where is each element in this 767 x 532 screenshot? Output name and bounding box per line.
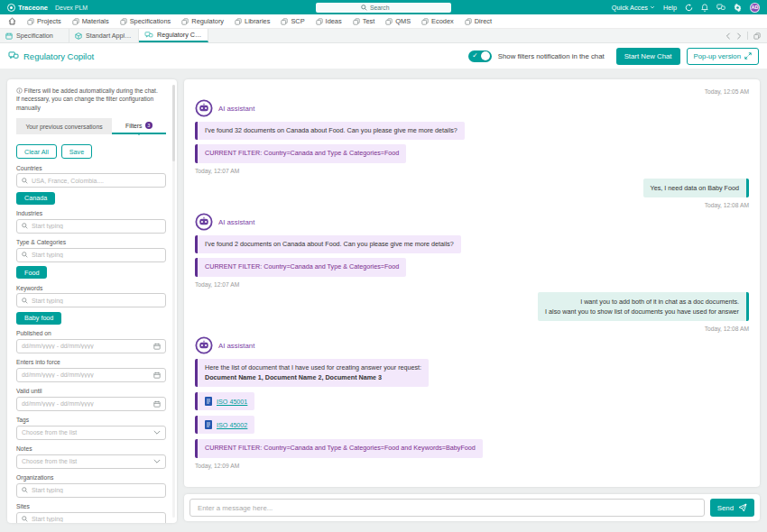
organizations-input[interactable] [16, 483, 166, 498]
document-link[interactable]: ISO 45002 [217, 421, 247, 429]
quick-access-menu[interactable]: Quick Acces [612, 4, 655, 12]
user-message: I want you to add both of it in chat as … [538, 292, 749, 321]
window-icon [27, 18, 34, 25]
global-search-input[interactable] [370, 5, 406, 11]
nav-item-scp[interactable]: SCP [281, 17, 304, 25]
tags-select[interactable]: Choose from the list [16, 426, 166, 440]
popout-window-icon[interactable] [753, 32, 761, 40]
notes-select[interactable]: Choose from the list [16, 454, 166, 469]
nav-item-regulatory[interactable]: Regulatory [181, 17, 224, 25]
ai-message: I've found 32 documents on Canada about … [195, 122, 465, 140]
document-icon [205, 397, 212, 406]
start-new-chat-button[interactable]: Start New Chat [616, 48, 680, 65]
nav-item-materials[interactable]: Materials [72, 17, 109, 25]
window-icon [421, 18, 429, 25]
clear-all-button[interactable]: Clear All [16, 144, 57, 159]
window-icon [72, 18, 79, 25]
ai-assistant-name: AI assistant [218, 342, 254, 350]
notifications-bell-icon[interactable] [701, 4, 708, 12]
show-filters-toggle[interactable]: ✓ [468, 50, 492, 62]
help-link[interactable]: Help [663, 4, 677, 12]
current-filter-message: CURRENT FILTER: Country=Canada and Type … [195, 439, 483, 457]
module-nav: Projects Materials Specifications Regula… [0, 14, 767, 29]
window-icon [385, 18, 393, 25]
tab-standart-apple-juice[interactable]: Standart Apple juice [69, 29, 139, 42]
global-search[interactable] [316, 3, 451, 13]
search-icon [22, 223, 28, 229]
field-countries: Countries Canada [16, 165, 166, 205]
save-button[interactable]: Save [61, 144, 92, 159]
search-icon [22, 298, 28, 304]
tab-previous-conversations[interactable]: Your previous conversations [16, 118, 112, 134]
tab-specification[interactable]: Specification [0, 29, 69, 42]
ai-assistant-name: AI assistant [218, 105, 254, 113]
window-icon [465, 18, 472, 25]
nav-item-libraries[interactable]: Libraries [235, 17, 270, 25]
popup-version-button[interactable]: Pop-up version [687, 48, 759, 65]
tab-scroll-left-icon[interactable] [725, 32, 731, 40]
refresh-icon[interactable] [685, 4, 693, 12]
ai-assistant-header: AI assistant [195, 213, 749, 231]
timestamp: Today, 12:07 AM [195, 281, 749, 288]
traceone-logo[interactable]: Traceone [7, 4, 48, 12]
nav-item-test[interactable]: Test [353, 17, 375, 25]
window-icon [353, 18, 360, 25]
sites-input[interactable] [16, 512, 166, 523]
message-input-bar: Send [184, 494, 760, 521]
chevron-down-icon [153, 459, 161, 464]
ai-assistant-avatar [195, 213, 213, 231]
nav-item-ecodex[interactable]: Ecodex [421, 17, 454, 25]
tab-filters[interactable]: Filters 3 [112, 118, 166, 134]
nav-item-ideas[interactable]: Ideas [316, 17, 342, 25]
search-icon [22, 487, 28, 493]
copilot-chat-icon [144, 32, 153, 39]
scrollbar[interactable] [172, 85, 175, 518]
copilot-chat-icon[interactable] [716, 4, 725, 12]
user-message: Yes, I need data on Baby Food [643, 179, 749, 197]
document-link[interactable]: ISO 45001 [217, 398, 247, 406]
home-icon[interactable] [8, 17, 16, 25]
user-avatar[interactable]: AD [750, 3, 760, 13]
window-icon [181, 18, 189, 25]
send-button[interactable]: Send [710, 499, 754, 517]
industries-input[interactable] [16, 219, 166, 234]
timestamp: Today, 12:08 AM [195, 202, 749, 208]
traceone-logo-icon [7, 4, 15, 12]
nav-item-specifications[interactable]: Specifications [120, 17, 171, 25]
tab-regulatory-copilot[interactable]: Regulatory Copilot [139, 29, 208, 42]
document-tabstrip: Specification Standart Apple juice Regul… [0, 29, 767, 43]
ai-assistant-name: AI assistant [218, 218, 254, 226]
type-categories-input[interactable] [16, 248, 166, 262]
countries-input[interactable] [16, 173, 166, 188]
window-icon [235, 18, 242, 25]
enters-into-force-daterange[interactable]: dd/mm/yyyy - dd/mm/yyyy [16, 368, 166, 382]
keywords-input[interactable] [16, 293, 166, 307]
category-chip-food[interactable]: Food [16, 266, 47, 279]
chat-panel: Today, 12:05 AM AI assistant I've found … [184, 79, 760, 487]
page-header: Regulatory Copilot ✓ Show filters notifi… [0, 43, 767, 69]
divider [747, 32, 748, 40]
chevron-down-icon [650, 5, 655, 10]
nav-item-direct[interactable]: Direct [465, 17, 492, 25]
ai-assistant-header: AI assistant [195, 99, 749, 117]
info-icon [16, 87, 23, 94]
nav-item-projects[interactable]: Projects [27, 17, 61, 25]
valid-until-daterange[interactable]: dd/mm/yyyy - dd/mm/yyyy [16, 397, 166, 411]
tab-scroll-right-icon[interactable] [736, 32, 742, 40]
nav-item-qms[interactable]: QMS [385, 17, 411, 25]
field-tags: Tags Choose from the list [16, 417, 166, 440]
timestamp: Today, 12:08 AM [195, 326, 749, 332]
copilot-chat-icon [8, 51, 19, 60]
cube-icon [75, 32, 82, 40]
keyword-chip-baby-food[interactable]: Baby food [16, 312, 61, 325]
field-published-on: Published on dd/mm/yyyy - dd/mm/yyyy [16, 330, 166, 353]
message-input[interactable] [189, 499, 705, 517]
country-chip-canada[interactable]: Canada [16, 192, 55, 205]
calendar-icon [153, 400, 161, 408]
published-on-daterange[interactable]: dd/mm/yyyy - dd/mm/yyyy [16, 339, 166, 353]
ai-assistant-header: AI assistant [195, 336, 749, 354]
field-valid-until: Valid until dd/mm/yyyy - dd/mm/yyyy [16, 388, 166, 411]
product-name: Devex PLM [55, 5, 88, 11]
settings-gear-icon[interactable] [734, 4, 742, 12]
window-icon [281, 18, 288, 25]
